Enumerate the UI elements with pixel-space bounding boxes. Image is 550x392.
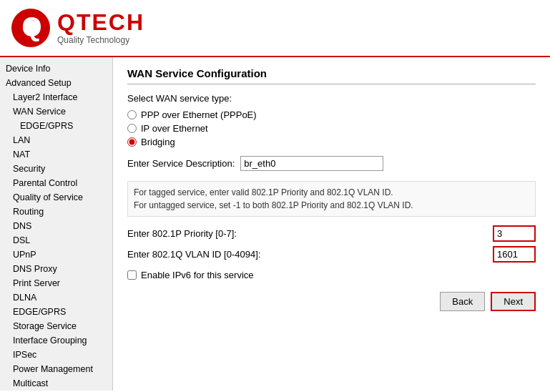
sidebar-item-layer2-interface[interactable]: Layer2 Interface	[0, 90, 112, 104]
radio-pppoe-input[interactable]	[127, 110, 137, 119]
vlan-input[interactable]	[493, 246, 536, 263]
back-button[interactable]: Back	[440, 292, 485, 311]
priority-input[interactable]	[493, 225, 536, 242]
info-text-line2: For untagged service, set -1 to both 802…	[134, 200, 413, 210]
sidebar-item-multicast[interactable]: Multicast	[0, 376, 112, 391]
sidebar-item-dlna[interactable]: DLNA	[0, 290, 112, 305]
priority-label: Enter 802.1P Priority [0-7]:	[127, 228, 493, 239]
sidebar-item-edge/gprs[interactable]: EDGE/GPRS	[0, 119, 112, 133]
content-area: WAN Service Configuration Select WAN ser…	[113, 57, 550, 391]
sidebar-item-power-management[interactable]: Power Management	[0, 362, 112, 376]
sidebar-item-dns[interactable]: DNS	[0, 219, 112, 233]
radio-pppoe-label: PPP over Ethernet (PPPoE)	[141, 109, 257, 120]
radio-ip[interactable]: IP over Ethernet	[127, 123, 536, 134]
ipv6-checkbox[interactable]	[127, 270, 137, 280]
sidebar-item-lan[interactable]: LAN	[0, 133, 112, 147]
radio-bridging[interactable]: Bridging	[127, 137, 536, 147]
radio-ip-label: IP over Ethernet	[141, 123, 208, 134]
sidebar-item-dsl[interactable]: DSL	[0, 233, 112, 248]
service-desc-row: Enter Service Description:	[127, 156, 536, 171]
header: Q QTECH Quality Technology	[0, 0, 550, 57]
priority-row: Enter 802.1P Priority [0-7]:	[127, 225, 536, 242]
sidebar-item-interface-grouping[interactable]: Interface Grouping	[0, 333, 112, 348]
wan-type-radio-group: PPP over Ethernet (PPPoE) IP over Ethern…	[127, 109, 536, 147]
sidebar-item-device-info[interactable]: Device Info	[0, 62, 112, 76]
service-desc-label: Enter Service Description:	[127, 158, 235, 169]
service-desc-input[interactable]	[240, 156, 383, 171]
sidebar-item-wan-service[interactable]: WAN Service	[0, 104, 112, 119]
info-text-box: For tagged service, enter valid 802.1P P…	[127, 181, 536, 217]
logo-q-letter: Q	[21, 12, 41, 42]
brand-text: QTECH Quality Technology	[57, 11, 144, 45]
sidebar-item-parental-control[interactable]: Parental Control	[0, 176, 112, 190]
sidebar-item-security[interactable]: Security	[0, 162, 112, 176]
radio-bridging-input[interactable]	[127, 137, 137, 147]
sidebar-item-edge/gprs[interactable]: EDGE/GPRS	[0, 305, 112, 319]
sidebar-item-upnp[interactable]: UPnP	[0, 248, 112, 262]
sidebar-item-nat[interactable]: NAT	[0, 147, 112, 162]
button-row: Back Next	[127, 292, 536, 311]
radio-ip-input[interactable]	[127, 124, 137, 133]
vlan-label: Enter 802.1Q VLAN ID [0-4094]:	[127, 249, 493, 260]
sidebar-item-ipsec[interactable]: IPSec	[0, 348, 112, 362]
info-text-line1: For tagged service, enter valid 802.1P P…	[134, 187, 393, 197]
sidebar-item-storage-service[interactable]: Storage Service	[0, 319, 112, 333]
brand-name: QTECH	[57, 11, 144, 34]
sidebar-item-print-server[interactable]: Print Server	[0, 276, 112, 290]
sidebar-item-quality-of-service[interactable]: Quality of Service	[0, 190, 112, 205]
brand-tagline: Quality Technology	[57, 35, 144, 45]
sidebar-item-advanced-setup[interactable]: Advanced Setup	[0, 76, 112, 90]
sidebar-item-routing[interactable]: Routing	[0, 205, 112, 219]
sidebar-item-dns-proxy[interactable]: DNS Proxy	[0, 262, 112, 276]
select-wan-label: Select WAN service type:	[127, 93, 536, 104]
ipv6-checkbox-row: Enable IPv6 for this service	[127, 270, 536, 280]
next-button[interactable]: Next	[491, 292, 536, 311]
main-layout: Device InfoAdvanced SetupLayer2 Interfac…	[0, 57, 550, 391]
vlan-row: Enter 802.1Q VLAN ID [0-4094]:	[127, 246, 536, 263]
page-title: WAN Service Configuration	[127, 67, 536, 84]
ipv6-checkbox-label: Enable IPv6 for this service	[141, 270, 254, 280]
radio-bridging-label: Bridging	[141, 137, 175, 147]
sidebar: Device InfoAdvanced SetupLayer2 Interfac…	[0, 57, 113, 391]
logo-icon: Q	[11, 9, 50, 47]
radio-pppoe[interactable]: PPP over Ethernet (PPPoE)	[127, 109, 536, 120]
